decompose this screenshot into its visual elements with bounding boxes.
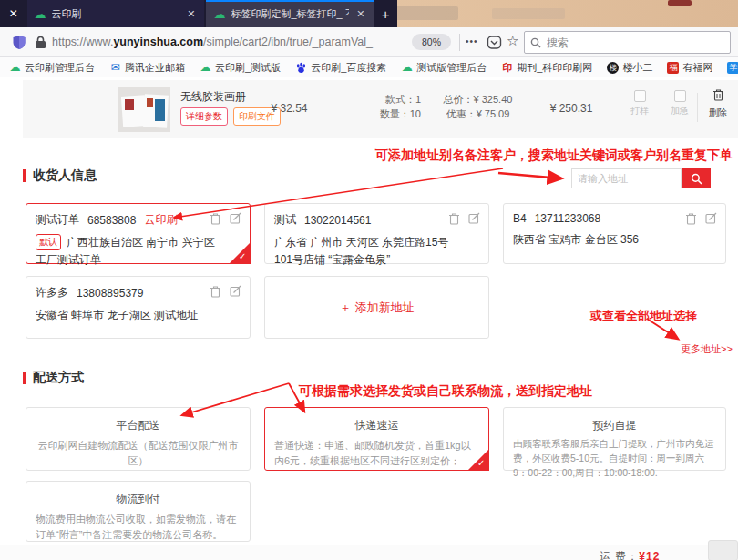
bookmark-keyin[interactable]: 印期刊_科印印刷网 [501,61,592,75]
annotation-view-all-tip: 或查看全部地址选择 [590,308,697,324]
browser-search-box[interactable] [524,31,731,54]
bookmark-label: 楼小二 [622,61,652,75]
shipping-title: 预约自提 [513,418,716,433]
browser-search-input[interactable] [547,36,724,49]
annotation-shipping-tip: 可根据需求选择发货或自己联系物流，送到指定地址 [299,383,592,400]
delete-address-icon[interactable] [685,212,697,225]
add-new-address-label: 添加新地址 [355,300,415,316]
edit-address-icon[interactable] [468,212,480,224]
bookmark-label: 云印刷管理后台 [25,61,95,75]
selected-corner-check: ✓ [229,242,251,264]
tab-title: 云印刷 [52,7,180,21]
qty-label: 数量： [380,108,410,119]
add-new-address-card[interactable]: ＋ 添加新地址 [264,276,489,339]
style-value: 1 [415,94,421,105]
url-bar[interactable]: https://www.yunyinshua.com/simple/cart2/… [52,36,373,48]
address-alias-tag: 云印刷 [144,212,177,228]
delete-address-icon[interactable] [210,212,221,225]
pocket-icon[interactable] [487,35,502,50]
delete-item-button[interactable]: 删除 [702,88,734,119]
tab-label-printing[interactable]: ☁ 标签印刷定制_标签打印_ 不干胶 ✕ [206,0,374,27]
url-protocol: https://www. [52,36,113,48]
edit-address-icon[interactable] [230,285,241,297]
shipping-title: 快递速运 [274,418,479,433]
footer-action-button[interactable] [708,540,738,560]
detail-params-button[interactable]: 详细参数 [180,107,228,126]
black-circle-icon: 楼 [607,62,619,74]
bookmark-tencent-mail[interactable]: ✉腾讯企业邮箱 [109,61,185,75]
bookmarks-bar: ☁云印刷管理后台 ✉腾讯企业邮箱 ☁云印刷_测试版 云印刷_百度搜索 ☁测试版管… [0,57,738,77]
rush-checkbox[interactable] [674,90,686,102]
tab-close-icon[interactable]: ✕ [354,8,366,20]
edit-address-icon[interactable] [705,212,717,224]
total-discount-column: 总价：¥ 325.40 优惠：¥ 75.09 [425,92,530,121]
trash-icon [712,88,724,101]
shipping-title: 平台配送 [36,418,241,433]
tracking-protection-shield-icon[interactable] [12,35,26,50]
freight-label: 运 费： [600,550,639,560]
address-search-button[interactable] [682,168,711,188]
discount-value: ¥ 75.09 [477,108,510,119]
fu-square-icon: 福 [667,62,679,74]
product-thumbnail[interactable] [118,87,170,132]
bookmark-louxiaoer[interactable]: 楼楼小二 [607,61,652,75]
page-actions-icon[interactable]: ••• [466,36,478,46]
tab-title: 标签印刷定制_标签打印_ 不干胶 [231,7,349,21]
address-card-3[interactable]: B4 13711233068 陕西省 宝鸡市 金台区 356 [503,203,726,264]
bookmark-youfu[interactable]: 福有福网 [667,61,712,75]
shipping-desc: 物流费用由物流公司收取，如需发物流，请在订单“附言”中备注需要发的物流公司名称。 [36,512,241,542]
proof-label: 打样 [626,105,653,117]
bookmark-star-icon[interactable]: ☆ [507,33,518,49]
section-title: 配送方式 [33,370,84,386]
freight-total: 运 费：¥12 [600,549,660,560]
address-phone: 68583808 [87,214,136,227]
shipping-card-express[interactable]: 快递速运 普通快递：申通、邮政随机发货，首重1kg以内6元，续重根据地区不同进行… [264,407,489,471]
desktop-artifact [492,8,565,19]
shipping-card-platform[interactable]: 平台配送 云印刷网自建物流配送（配送范围仅限广州市区） [26,407,251,471]
address-card-1[interactable]: 测试订单 68583808 云印刷 默认广西壮族自治区 南宁市 兴宁区 工厂测试… [26,203,251,264]
address-card-2[interactable]: 测试 13022014561 广东省 广州市 天河区 东莞庄路15号101号店铺… [264,203,489,264]
search-icon [530,37,541,48]
cart-item-row: 无线胶装画册 详细参数 印刷文件 ¥ 32.54 款式：1 数量：10 总价：¥… [23,80,738,138]
delete-address-icon[interactable] [448,212,460,225]
rush-label: 加急 [666,105,693,117]
bookmark-xuehui[interactable]: 学学汇网 [727,61,738,75]
cloud-icon: ☁ [200,62,211,74]
shipping-card-pickup[interactable]: 预约自提 由顾客联系客服后亲自上门提取，广州市内免运费，外区收费5-10元。自提… [503,407,726,471]
tab-yunyinshua[interactable]: ☁ 云印刷 ✕ [27,0,205,27]
bookmark-label: 云印刷_百度搜索 [311,61,386,75]
rush-option[interactable]: 加急 [666,90,693,117]
bookmark-label: 云印刷_测试版 [215,61,281,75]
cloud-favicon: ☁ [213,8,225,20]
bookmark-label: 测试版管理后台 [416,61,487,75]
window-close-icon[interactable]: ✕ [0,0,27,27]
proof-checkbox[interactable] [634,90,646,102]
address-search-input[interactable] [578,173,675,184]
annotation-address-tip: 可添加地址别名备注客户，搜索地址关键词或客户别名重复下单 [375,148,733,164]
more-addresses-link[interactable]: 更多地址>> [681,342,733,356]
address-card-4[interactable]: 许多多 13808895379 安徽省 蚌埠市 龙子湖区 测试地址 [26,276,251,339]
new-tab-button[interactable]: + [374,0,397,27]
zoom-level-badge[interactable]: 80% [412,34,451,50]
shipping-card-freight-collect[interactable]: 物流到付 物流费用由物流公司收取，如需发物流，请在订单“附言”中备注需要发的物流… [26,481,251,542]
tab-close-icon[interactable]: ✕ [185,8,197,20]
product-name: 无线胶装画册 [180,89,246,105]
lock-icon[interactable] [35,36,46,49]
address-search-box[interactable] [571,168,682,188]
address-phone: 13711233068 [535,212,601,225]
delete-address-icon[interactable] [210,285,221,298]
bookmark-yunyinshua-admin[interactable]: ☁云印刷管理后台 [9,61,95,75]
cart-page: 无线胶装画册 详细参数 印刷文件 ¥ 32.54 款式：1 数量：10 总价：¥… [0,77,738,560]
bookmark-testadmin[interactable]: ☁测试版管理后台 [401,61,487,75]
url-domain: yunyinshua.com [113,36,203,48]
proof-option[interactable]: 打样 [626,90,653,117]
shipping-desc: 云印刷网自建物流配送（配送范围仅限广州市区） [36,438,241,468]
address-name: 测试订单 [36,212,79,228]
edit-address-icon[interactable] [230,212,241,224]
total-value: ¥ 325.40 [474,94,513,105]
bookmark-baidu-search[interactable]: 云印刷_百度搜索 [295,61,386,75]
shipping-title: 物流到付 [36,492,241,507]
bookmark-yunyinshua-test[interactable]: ☁云印刷_测试版 [200,61,281,75]
plus-icon: ＋ [340,300,352,316]
desktop-artifact [668,0,692,6]
